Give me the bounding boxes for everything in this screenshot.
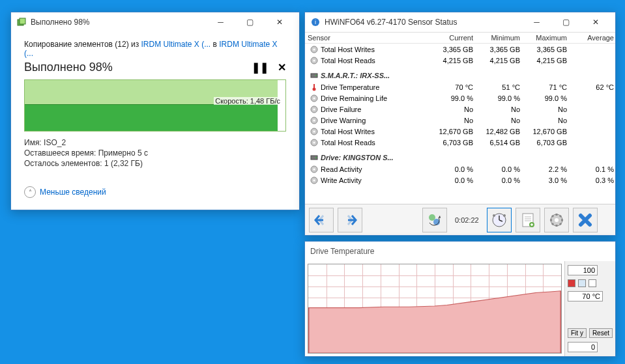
y-min-input[interactable]: 0 — [568, 342, 598, 352]
reset-button[interactable]: Reset — [589, 328, 613, 338]
hwinfo-window: i HWiNFO64 v6.27-4170 Sensor Status ─ ▢ … — [304, 12, 616, 236]
sensor-group-header[interactable]: Drive: KINGSTON S... — [305, 152, 615, 163]
legend-swatch-red[interactable] — [568, 279, 575, 287]
drive-icon — [310, 72, 318, 79]
svg-point-27 — [313, 179, 315, 181]
sensor-row[interactable]: Total Host Reads6,703 GB6,514 GB6,703 GB — [305, 137, 615, 148]
svg-point-23 — [315, 157, 317, 158]
svg-point-36 — [555, 218, 559, 222]
disc-icon — [310, 117, 318, 124]
graph-remaining-area — [278, 80, 285, 131]
svg-point-9 — [315, 75, 317, 76]
legend-row — [568, 279, 596, 287]
sensor-row[interactable]: Write Activity0.0 %0.0 %3.0 %0.3 % — [305, 175, 615, 186]
sensor-row[interactable]: Drive Remaining Life99.0 %99.0 %99.0 % — [305, 92, 615, 104]
hwinfo-toolbar: 0:02:22 — [305, 204, 615, 235]
minimize-button[interactable]: ─ — [206, 12, 235, 32]
maximize-button[interactable]: ▢ — [235, 12, 265, 32]
disc-icon — [310, 94, 318, 102]
svg-point-31 — [493, 214, 495, 217]
svg-point-21 — [313, 141, 315, 143]
clock-button[interactable] — [487, 208, 512, 232]
less-info-label: Меньше сведений — [40, 188, 106, 197]
progress-title: Выполнено 98% — [24, 61, 113, 74]
nav-forward-button[interactable] — [338, 208, 362, 232]
file-copy-window: Выполнено 98% ─ ▢ ✕ Копирование элементо… — [10, 12, 300, 210]
svg-rect-1 — [20, 18, 25, 24]
copy-source-link[interactable]: IRDM Ultimate X (... — [141, 40, 211, 49]
sensor-row[interactable]: Total Host Writes12,670 GB12,482 GB12,67… — [305, 126, 615, 137]
legend-swatch-white[interactable] — [589, 279, 596, 287]
sensor-group-header[interactable]: S.M.A.R.T.: IRX-SS... — [305, 70, 615, 81]
svg-point-32 — [503, 214, 506, 217]
disc-icon — [310, 176, 318, 184]
disc-icon — [310, 57, 318, 64]
disc-icon — [310, 128, 318, 135]
log-button[interactable] — [516, 208, 540, 232]
cancel-button[interactable]: ✕ — [278, 61, 286, 74]
copy-remaining-items: Осталось элементов: 1 (2,32 ГБ) — [24, 159, 286, 168]
copy-details: Имя: ISO_2 Оставшееся время: Примерно 5 … — [24, 138, 286, 168]
drive-icon — [310, 154, 318, 161]
svg-point-17 — [313, 119, 315, 121]
svg-point-7 — [313, 59, 315, 61]
col-minimum: Minimum — [476, 34, 523, 42]
sensor-row[interactable]: Drive FailureNoNoNo — [305, 104, 615, 115]
hwinfo-titlebar: i HWiNFO64 v6.27-4170 Sensor Status ─ ▢ … — [305, 12, 615, 32]
hwinfo-window-title: HWiNFO64 v6.27-4170 Sensor Status — [325, 18, 522, 27]
copy-remaining-time: Оставшееся время: Примерно 5 с — [24, 148, 286, 158]
settings-button[interactable] — [544, 208, 569, 232]
temperature-chart[interactable] — [308, 264, 562, 354]
copy-titlebar: Выполнено 98% ─ ▢ ✕ — [11, 12, 299, 32]
col-maximum: Maximum — [523, 34, 570, 42]
col-sensor: Sensor — [305, 34, 429, 42]
svg-point-25 — [313, 168, 315, 170]
sensor-row[interactable]: Read Activity0.0 %0.0 %2.2 %0.1 % — [305, 163, 615, 175]
hw-minimize-button[interactable]: ─ — [522, 12, 551, 32]
hw-maximize-button[interactable]: ▢ — [551, 12, 581, 32]
exit-button[interactable] — [573, 208, 598, 232]
disc-icon — [310, 165, 318, 173]
copy-name: Имя: ISO_2 — [24, 138, 286, 147]
col-current: Current — [429, 34, 476, 42]
copy-window-title: Выполнено 98% — [31, 18, 206, 27]
hwinfo-body: Sensor Current Minimum Maximum Average T… — [305, 32, 615, 235]
fit-y-button[interactable]: Fit y — [568, 328, 587, 338]
svg-point-11 — [313, 87, 316, 91]
hwinfo-app-icon: i — [310, 17, 321, 27]
copy-description: Копирование элементов (12) из IRDM Ultim… — [24, 40, 286, 58]
chart-titlebar: Drive Temperature — [305, 242, 615, 261]
col-average: Average — [570, 34, 615, 42]
less-info-toggle[interactable]: ˄ Меньше сведений — [24, 186, 286, 198]
copy-header-row: Выполнено 98% ❚❚ ✕ — [24, 61, 286, 74]
current-value-box: 70 °C — [568, 291, 603, 301]
elapsed-time: 0:02:22 — [455, 216, 479, 224]
svg-point-19 — [313, 130, 315, 132]
nav-back-button[interactable] — [309, 208, 334, 232]
sensor-row[interactable]: Drive Temperature70 °C51 °C71 °C62 °C — [305, 81, 615, 92]
svg-text:i: i — [315, 19, 316, 25]
hw-close-button[interactable]: ✕ — [581, 12, 610, 32]
legend-swatch-light[interactable] — [578, 279, 586, 287]
chart-body: 100 70 °C Fit y Reset 0 — [305, 261, 615, 356]
copy-desc-prefix: Копирование элементов (12) из — [24, 40, 141, 49]
chevron-up-icon: ˄ — [24, 186, 36, 198]
speed-label: Скорость: 1,48 ГБ/с — [214, 97, 282, 105]
sensor-table-header: Sensor Current Minimum Maximum Average — [305, 33, 615, 44]
sensor-row[interactable]: Drive WarningNoNoNo — [305, 115, 615, 126]
copy-desc-mid: в — [213, 40, 220, 49]
close-button[interactable]: ✕ — [265, 12, 294, 32]
disc-icon — [310, 46, 318, 53]
chart-window-title: Drive Temperature — [310, 247, 610, 256]
svg-point-13 — [313, 97, 315, 99]
y-max-input[interactable]: 100 — [568, 265, 598, 275]
refresh-button[interactable] — [422, 208, 447, 232]
sensor-row[interactable]: Total Host Writes3,365 GB3,365 GB3,365 G… — [305, 44, 615, 55]
disc-icon — [310, 139, 318, 147]
graph-lower-area — [25, 104, 285, 131]
sensor-row[interactable]: Total Host Reads4,215 GB4,215 GB4,215 GB — [305, 55, 615, 66]
pause-button[interactable]: ❚❚ — [252, 61, 269, 74]
disc-icon — [310, 105, 318, 113]
sensor-table[interactable]: Sensor Current Minimum Maximum Average T… — [305, 32, 615, 204]
drive-temp-chart-window: Drive Temperature 100 70 °C Fit y Reset … — [304, 241, 616, 357]
